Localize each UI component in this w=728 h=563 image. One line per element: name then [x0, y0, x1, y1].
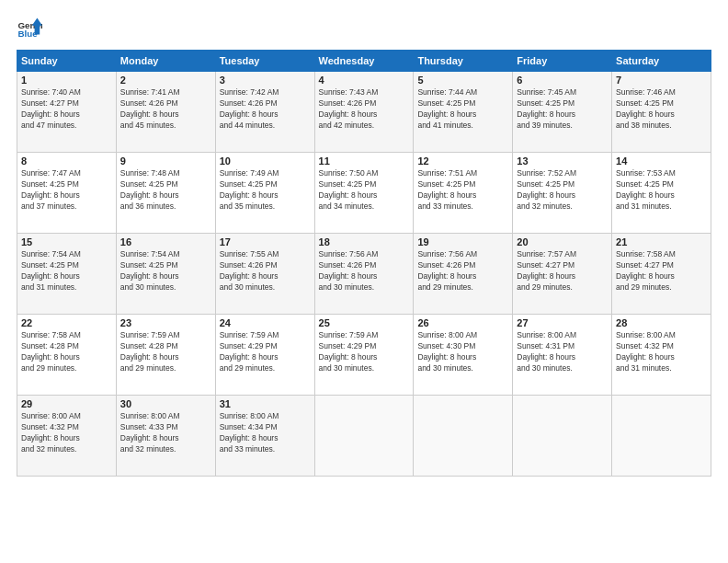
day-number: 1 — [21, 75, 112, 86]
calendar-cell: 29Sunrise: 8:00 AMSunset: 4:32 PMDayligh… — [17, 396, 117, 477]
day-number: 10 — [220, 155, 311, 167]
calendar-cell — [612, 396, 711, 477]
page-header: General Blue — [17, 17, 711, 42]
calendar-cell: 22Sunrise: 7:58 AMSunset: 4:28 PMDayligh… — [17, 315, 117, 396]
day-info: Sunrise: 7:52 AMSunset: 4:25 PMDaylight:… — [517, 168, 608, 213]
day-info: Sunrise: 7:48 AMSunset: 4:25 PMDaylight:… — [120, 168, 211, 213]
day-number: 29 — [21, 398, 112, 409]
day-number: 31 — [220, 398, 311, 409]
day-info: Sunrise: 7:57 AMSunset: 4:27 PMDaylight:… — [517, 249, 608, 293]
day-number: 7 — [616, 75, 707, 86]
day-info: Sunrise: 8:00 AMSunset: 4:30 PMDaylight:… — [417, 330, 508, 374]
calendar-cell: 26Sunrise: 8:00 AMSunset: 4:30 PMDayligh… — [414, 315, 513, 396]
day-info: Sunrise: 7:46 AMSunset: 4:25 PMDaylight:… — [616, 87, 707, 132]
day-number: 3 — [220, 75, 311, 86]
calendar-cell: 25Sunrise: 7:59 AMSunset: 4:29 PMDayligh… — [314, 315, 414, 396]
calendar-cell: 31Sunrise: 8:00 AMSunset: 4:34 PMDayligh… — [215, 396, 314, 477]
calendar-cell: 28Sunrise: 8:00 AMSunset: 4:32 PMDayligh… — [612, 315, 711, 396]
day-info: Sunrise: 7:50 AMSunset: 4:25 PMDaylight:… — [319, 168, 410, 213]
calendar-table: SundayMondayTuesdayWednesdayThursdayFrid… — [17, 50, 711, 477]
day-number: 22 — [21, 317, 112, 328]
day-number: 12 — [417, 155, 508, 167]
day-info: Sunrise: 7:58 AMSunset: 4:27 PMDaylight:… — [616, 249, 707, 293]
weekday-header-sunday: Sunday — [17, 51, 117, 72]
day-info: Sunrise: 7:59 AMSunset: 4:28 PMDaylight:… — [120, 330, 211, 374]
day-info: Sunrise: 7:56 AMSunset: 4:26 PMDaylight:… — [319, 249, 410, 293]
calendar-cell: 10Sunrise: 7:49 AMSunset: 4:25 PMDayligh… — [215, 153, 314, 234]
day-info: Sunrise: 7:53 AMSunset: 4:25 PMDaylight:… — [616, 168, 707, 213]
day-info: Sunrise: 7:59 AMSunset: 4:29 PMDaylight:… — [220, 330, 311, 374]
calendar-week-5: 29Sunrise: 8:00 AMSunset: 4:32 PMDayligh… — [17, 396, 711, 477]
day-info: Sunrise: 8:00 AMSunset: 4:33 PMDaylight:… — [120, 411, 211, 455]
calendar-cell: 20Sunrise: 7:57 AMSunset: 4:27 PMDayligh… — [513, 234, 612, 315]
calendar-cell: 6Sunrise: 7:45 AMSunset: 4:25 PMDaylight… — [513, 72, 612, 153]
calendar-cell: 16Sunrise: 7:54 AMSunset: 4:25 PMDayligh… — [116, 234, 215, 315]
day-number: 27 — [517, 317, 608, 328]
calendar-cell — [314, 396, 414, 477]
calendar-cell: 5Sunrise: 7:44 AMSunset: 4:25 PMDaylight… — [414, 72, 513, 153]
day-info: Sunrise: 7:41 AMSunset: 4:26 PMDaylight:… — [120, 87, 211, 132]
calendar-cell: 23Sunrise: 7:59 AMSunset: 4:28 PMDayligh… — [116, 315, 215, 396]
day-number: 20 — [517, 236, 608, 247]
calendar-cell: 15Sunrise: 7:54 AMSunset: 4:25 PMDayligh… — [17, 234, 117, 315]
day-info: Sunrise: 8:00 AMSunset: 4:34 PMDaylight:… — [220, 411, 311, 455]
day-number: 17 — [220, 236, 311, 247]
weekday-header-saturday: Saturday — [612, 51, 711, 72]
day-info: Sunrise: 7:40 AMSunset: 4:27 PMDaylight:… — [21, 87, 112, 132]
calendar-cell: 7Sunrise: 7:46 AMSunset: 4:25 PMDaylight… — [612, 72, 711, 153]
calendar-body: 1Sunrise: 7:40 AMSunset: 4:27 PMDaylight… — [17, 72, 711, 477]
calendar-cell: 17Sunrise: 7:55 AMSunset: 4:26 PMDayligh… — [215, 234, 314, 315]
day-number: 11 — [319, 155, 410, 167]
day-info: Sunrise: 7:58 AMSunset: 4:28 PMDaylight:… — [21, 330, 112, 374]
day-number: 18 — [319, 236, 410, 247]
calendar-cell: 27Sunrise: 8:00 AMSunset: 4:31 PMDayligh… — [513, 315, 612, 396]
calendar-cell: 30Sunrise: 8:00 AMSunset: 4:33 PMDayligh… — [116, 396, 215, 477]
day-number: 9 — [120, 155, 211, 167]
calendar-cell: 2Sunrise: 7:41 AMSunset: 4:26 PMDaylight… — [116, 72, 215, 153]
day-number: 21 — [616, 236, 707, 247]
day-info: Sunrise: 7:49 AMSunset: 4:25 PMDaylight:… — [220, 168, 311, 213]
day-number: 26 — [417, 317, 508, 328]
weekday-header-monday: Monday — [116, 51, 215, 72]
calendar-cell: 14Sunrise: 7:53 AMSunset: 4:25 PMDayligh… — [612, 153, 711, 234]
day-number: 8 — [21, 155, 112, 167]
day-number: 15 — [21, 236, 112, 247]
calendar-cell: 19Sunrise: 7:56 AMSunset: 4:26 PMDayligh… — [414, 234, 513, 315]
day-info: Sunrise: 7:42 AMSunset: 4:26 PMDaylight:… — [220, 87, 311, 132]
day-info: Sunrise: 7:43 AMSunset: 4:26 PMDaylight:… — [319, 87, 410, 132]
day-info: Sunrise: 7:45 AMSunset: 4:25 PMDaylight:… — [517, 87, 608, 132]
calendar-cell: 11Sunrise: 7:50 AMSunset: 4:25 PMDayligh… — [314, 153, 414, 234]
day-number: 19 — [417, 236, 508, 247]
day-info: Sunrise: 7:54 AMSunset: 4:25 PMDaylight:… — [120, 249, 211, 293]
calendar-cell: 4Sunrise: 7:43 AMSunset: 4:26 PMDaylight… — [314, 72, 414, 153]
weekday-header-friday: Friday — [513, 51, 612, 72]
calendar-cell: 8Sunrise: 7:47 AMSunset: 4:25 PMDaylight… — [17, 153, 117, 234]
day-number: 23 — [120, 317, 211, 328]
day-info: Sunrise: 7:59 AMSunset: 4:29 PMDaylight:… — [319, 330, 410, 374]
calendar-week-4: 22Sunrise: 7:58 AMSunset: 4:28 PMDayligh… — [17, 315, 711, 396]
calendar-cell: 9Sunrise: 7:48 AMSunset: 4:25 PMDaylight… — [116, 153, 215, 234]
day-number: 24 — [220, 317, 311, 328]
weekday-header-wednesday: Wednesday — [314, 51, 414, 72]
calendar-cell: 12Sunrise: 7:51 AMSunset: 4:25 PMDayligh… — [414, 153, 513, 234]
day-info: Sunrise: 7:51 AMSunset: 4:25 PMDaylight:… — [417, 168, 508, 213]
day-number: 28 — [616, 317, 707, 328]
day-number: 2 — [120, 75, 211, 86]
calendar-cell: 13Sunrise: 7:52 AMSunset: 4:25 PMDayligh… — [513, 153, 612, 234]
day-info: Sunrise: 8:00 AMSunset: 4:32 PMDaylight:… — [21, 411, 112, 455]
day-number: 30 — [120, 398, 211, 409]
calendar-week-3: 15Sunrise: 7:54 AMSunset: 4:25 PMDayligh… — [17, 234, 711, 315]
day-info: Sunrise: 8:00 AMSunset: 4:31 PMDaylight:… — [517, 330, 608, 374]
logo-icon: General Blue — [17, 17, 42, 42]
calendar-header-row: SundayMondayTuesdayWednesdayThursdayFrid… — [17, 51, 711, 72]
calendar-week-1: 1Sunrise: 7:40 AMSunset: 4:27 PMDaylight… — [17, 72, 711, 153]
day-number: 14 — [616, 155, 707, 167]
calendar-cell: 24Sunrise: 7:59 AMSunset: 4:29 PMDayligh… — [215, 315, 314, 396]
calendar-week-2: 8Sunrise: 7:47 AMSunset: 4:25 PMDaylight… — [17, 153, 711, 234]
day-number: 4 — [319, 75, 410, 86]
day-info: Sunrise: 7:56 AMSunset: 4:26 PMDaylight:… — [417, 249, 508, 293]
day-info: Sunrise: 7:54 AMSunset: 4:25 PMDaylight:… — [21, 249, 112, 293]
day-number: 13 — [517, 155, 608, 167]
day-number: 5 — [417, 75, 508, 86]
weekday-header-tuesday: Tuesday — [215, 51, 314, 72]
